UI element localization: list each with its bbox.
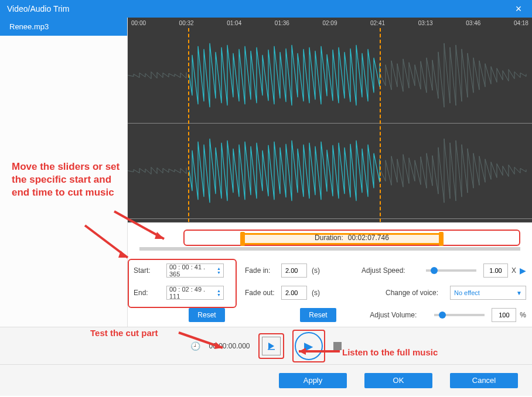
trim-start-handle[interactable] [240,232,245,246]
close-icon[interactable]: × [510,3,527,15]
speed-input[interactable] [483,263,508,278]
file-sidebar: Renee.mp3 [0,18,128,327]
title-bar: Video/Audio Trim × [0,0,532,18]
start-spinner[interactable]: ▲▼ [217,266,221,275]
chevron-down-icon: ▼ [516,290,522,296]
duration-display: Duration: 00:02:07.746 [183,230,520,246]
voice-label: Change of voice: [386,289,450,297]
timeline-ruler: 00:00 00:32 01:04 01:36 02:09 02:41 03:1… [128,18,532,28]
stop-button[interactable] [333,342,342,350]
waveform-display[interactable] [128,28,532,223]
trim-reset-button[interactable]: Reset [189,308,225,322]
preview-cut-button[interactable] [262,337,281,355]
fadein-input[interactable] [281,263,307,278]
svg-rect-0 [268,349,275,350]
end-time-input[interactable]: 00 : 02 : 49 . 111 ▲▼ [166,286,224,300]
play-button[interactable]: ▶ [295,332,323,360]
sidebar-file-item[interactable]: Renee.mp3 [0,18,127,36]
end-spinner[interactable]: ▲▼ [217,289,221,297]
clock-icon: 🕘 [190,341,200,351]
volume-slider[interactable] [434,314,485,316]
end-label: End: [134,289,166,297]
fadeout-label: Fade out: [245,289,281,297]
trim-end-handle[interactable] [439,232,444,246]
apply-button[interactable]: Apply [279,373,347,388]
cancel-button[interactable]: Cancel [450,373,518,388]
speed-preview-icon[interactable]: ▶ [520,266,526,275]
start-time-input[interactable]: 00 : 00 : 41 . 365 ▲▼ [166,263,224,278]
voice-dropdown[interactable]: No effect ▼ [450,286,526,300]
playback-time: 00:00:00.000 [209,342,250,350]
fadeout-input[interactable] [281,286,307,300]
fade-reset-button[interactable]: Reset [300,308,336,322]
volume-label: Adjust Volume: [370,311,434,319]
playback-bar: 🕘 00:00:00.000 ▶ [0,327,532,364]
window-title: Video/Audio Trim [7,4,69,13]
fadein-label: Fade in: [245,266,281,275]
start-label: Start: [134,266,166,275]
trim-track[interactable] [139,247,520,251]
ok-button[interactable]: OK [364,373,432,388]
bottom-bar: Apply OK Cancel [0,364,532,396]
speed-label: Adjust Speed: [362,266,426,275]
speed-slider[interactable] [426,269,476,272]
volume-input[interactable] [492,308,516,322]
